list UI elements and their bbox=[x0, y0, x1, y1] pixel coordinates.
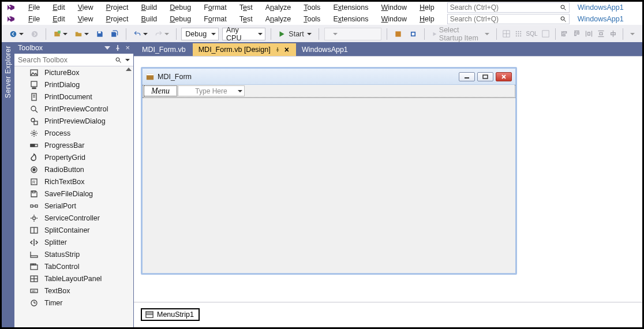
close-tab-icon[interactable]: × bbox=[284, 47, 289, 53]
new-project-button[interactable] bbox=[51, 29, 69, 39]
menu-help[interactable]: Help bbox=[414, 2, 441, 13]
menu-format[interactable]: Format bbox=[198, 14, 234, 25]
toolbox-title-bar[interactable]: Toolbox × bbox=[14, 42, 133, 54]
search-box-1[interactable]: Search (Ctrl+Q) bbox=[447, 2, 570, 13]
menu-test[interactable]: Test bbox=[234, 14, 260, 25]
overflow-button[interactable] bbox=[628, 32, 636, 36]
menu-debug[interactable]: Debug bbox=[164, 2, 198, 13]
align-left-icon[interactable] bbox=[560, 29, 569, 38]
menu-help[interactable]: Help bbox=[414, 14, 441, 25]
undo-button[interactable] bbox=[132, 29, 149, 39]
toolbox-search[interactable]: Search Toolbox bbox=[14, 54, 133, 66]
toolbox-item-savefiledialog[interactable]: SaveFileDialog bbox=[14, 188, 133, 200]
project-selector-2[interactable]: WindowsApp1 bbox=[578, 15, 624, 23]
toolbox-item-printdocument[interactable]: PrintDocument bbox=[14, 91, 133, 103]
layout-icon[interactable] bbox=[541, 29, 550, 38]
toolbox-item-printpreviewdialog[interactable]: PrintPreviewDialog bbox=[14, 115, 133, 127]
toolbox-item-radiobutton[interactable]: RadioButton bbox=[14, 163, 133, 175]
menu-project[interactable]: Project bbox=[100, 14, 136, 25]
misc-button-2[interactable] bbox=[407, 29, 419, 39]
menu-edit[interactable]: Edit bbox=[47, 14, 72, 25]
grid-dots-icon[interactable] bbox=[514, 29, 523, 38]
dropdown-icon[interactable] bbox=[104, 45, 110, 51]
start-button[interactable]: Start bbox=[276, 29, 313, 39]
align-top-icon[interactable] bbox=[572, 29, 581, 38]
menu-type-here-h[interactable]: Type Here bbox=[178, 85, 245, 96]
menu-item-selected[interactable]: Menu bbox=[144, 85, 177, 96]
pin-icon[interactable] bbox=[115, 45, 121, 51]
menu-extensions[interactable]: Extensions bbox=[327, 2, 375, 13]
attach-combo[interactable] bbox=[324, 28, 382, 40]
save-button[interactable] bbox=[94, 29, 106, 39]
server-explorer-rail[interactable]: Server Explorer bbox=[2, 42, 14, 327]
toolbox-item-serialport[interactable]: SerialPort bbox=[14, 200, 133, 212]
nav-forward-button[interactable] bbox=[29, 29, 40, 39]
toolbox-item-propertygrid[interactable]: PropertyGrid bbox=[14, 151, 133, 163]
tray-menustrip1[interactable]: MenuStrip1 bbox=[141, 308, 200, 321]
maximize-button[interactable] bbox=[477, 72, 493, 81]
toolbox-list[interactable]: PictureBoxPrintDialogPrintDocumentPrintP… bbox=[14, 66, 133, 327]
distribute-h-icon[interactable] bbox=[585, 29, 593, 38]
chevron-down-icon[interactable] bbox=[238, 90, 242, 92]
minimize-button[interactable] bbox=[459, 72, 475, 81]
menu-tools[interactable]: Tools bbox=[298, 14, 327, 25]
search-box-2[interactable]: Search (Ctrl+Q) bbox=[447, 14, 570, 24]
menu-strip[interactable]: Menu Type Here Type Here bbox=[143, 85, 515, 98]
designer-canvas[interactable]: MDI_Form Menu Type Here bbox=[134, 56, 642, 302]
menu-window[interactable]: Window bbox=[376, 2, 414, 13]
center-icon[interactable] bbox=[609, 29, 617, 38]
close-icon[interactable]: × bbox=[125, 45, 130, 51]
menu-format[interactable]: Format bbox=[198, 2, 234, 13]
menu-edit[interactable]: Edit bbox=[47, 2, 72, 13]
pin-icon[interactable] bbox=[275, 47, 280, 52]
menu-build[interactable]: Build bbox=[136, 14, 164, 25]
form-client-area[interactable] bbox=[143, 98, 515, 273]
toolbox-item-tablelayoutpanel[interactable]: TableLayoutPanel bbox=[14, 272, 133, 285]
startup-item-button[interactable]: Select Startup Item bbox=[430, 25, 491, 43]
toolbox-item-progressbar[interactable]: ProgressBar bbox=[14, 139, 133, 151]
open-file-button[interactable] bbox=[73, 29, 91, 39]
toolbox-item-textbox[interactable]: abTextBox bbox=[14, 285, 133, 297]
platform-combo[interactable]: Any CPU bbox=[222, 28, 265, 40]
toolbox-item-timer[interactable]: Timer bbox=[14, 297, 133, 309]
chevron-down-icon[interactable] bbox=[125, 59, 130, 61]
toolbox-item-process[interactable]: Process bbox=[14, 127, 133, 139]
scroll-up-icon[interactable] bbox=[126, 68, 132, 71]
config-combo[interactable]: Debug bbox=[181, 28, 219, 40]
toolbox-item-splitcontainer[interactable]: SplitContainer bbox=[14, 224, 133, 236]
toolbox-item-tabcontrol[interactable]: TabControl bbox=[14, 260, 133, 272]
toolbox-item-printdialog[interactable]: PrintDialog bbox=[14, 78, 133, 91]
menu-tools[interactable]: Tools bbox=[298, 2, 327, 13]
tab-windowsapp1[interactable]: WindowsApp1 bbox=[296, 43, 355, 56]
menu-file[interactable]: File bbox=[23, 14, 47, 25]
menu-view[interactable]: View bbox=[72, 14, 100, 25]
menu-test[interactable]: Test bbox=[234, 2, 260, 13]
save-all-button[interactable] bbox=[109, 29, 121, 39]
menu-project[interactable]: Project bbox=[100, 2, 136, 13]
menu-window[interactable]: Window bbox=[376, 14, 414, 25]
form-title-bar[interactable]: MDI_Form bbox=[143, 69, 515, 85]
toolbox-item-printpreviewcontrol[interactable]: PrintPreviewControl bbox=[14, 103, 133, 115]
menu-file[interactable]: File bbox=[23, 2, 47, 13]
tab-mdiform-design[interactable]: MDI_Form.vb [Design] × bbox=[193, 43, 296, 56]
tab-mdiform-code[interactable]: MDI_Form.vb bbox=[136, 43, 193, 56]
toolbox-item-richtextbox[interactable]: RRichTextBox bbox=[14, 175, 133, 188]
menu-debug[interactable]: Debug bbox=[164, 14, 198, 25]
toolbox-item-statusstrip[interactable]: StatusStrip bbox=[14, 248, 133, 260]
menu-extensions[interactable]: Extensions bbox=[327, 14, 375, 25]
menu-analyze[interactable]: Analyze bbox=[260, 2, 298, 13]
component-tray[interactable]: MenuStrip1 bbox=[134, 302, 642, 327]
mdi-form-window[interactable]: MDI_Form Menu Type Here bbox=[141, 67, 517, 275]
project-selector-1[interactable]: WindowsApp1 bbox=[578, 3, 624, 12]
close-button[interactable] bbox=[496, 72, 512, 81]
distribute-v-icon[interactable] bbox=[597, 29, 605, 38]
menu-view[interactable]: View bbox=[72, 2, 100, 13]
misc-button-1[interactable] bbox=[392, 29, 404, 39]
menu-build[interactable]: Build bbox=[136, 2, 164, 13]
toolbox-item-servicecontroller[interactable]: ServiceController bbox=[14, 212, 133, 224]
nav-back-button[interactable] bbox=[8, 29, 25, 39]
toolbox-item-picturebox[interactable]: PictureBox bbox=[14, 66, 133, 78]
redo-button[interactable] bbox=[153, 29, 171, 39]
grid-icon[interactable] bbox=[502, 29, 511, 38]
toolbox-item-splitter[interactable]: Splitter bbox=[14, 236, 133, 248]
